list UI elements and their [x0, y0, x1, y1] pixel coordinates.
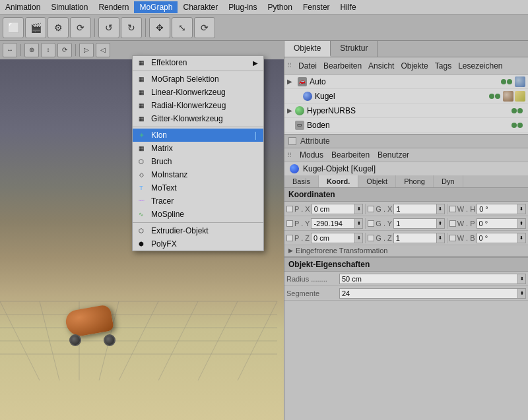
input-gy[interactable] [393, 218, 436, 229]
obj-toolbar-bearbeiten[interactable]: Bearbeiten [321, 61, 364, 71]
attr-object-name-row: Kugel-Objekt [Kugel] [284, 162, 528, 175]
menu-hilfe[interactable]: Hilfe [335, 1, 362, 13]
checkbox-px[interactable] [286, 206, 293, 212]
menu-effektoren[interactable]: ▦ Effektoren ▶ [133, 56, 263, 69]
obj-row-hypernurbs[interactable]: ▶ HyperNURBS [284, 104, 528, 118]
spinner-px[interactable]: ⬍ [355, 204, 363, 214]
menu-tracer[interactable]: 〰 Tracer [133, 195, 263, 208]
checkbox-wb[interactable] [449, 235, 456, 241]
obj-row-boden[interactable]: ▭ Boden [284, 118, 528, 133]
toolbar-btn-3[interactable]: ⚙ [48, 17, 69, 38]
attr-tab-dyn[interactable]: Dyn [434, 175, 463, 187]
attr-tab-objekt[interactable]: Objekt [358, 175, 396, 187]
checkbox-gx[interactable] [368, 206, 374, 212]
input-wp[interactable] [477, 218, 518, 229]
vt-btn-5[interactable]: ▷ [79, 43, 94, 57]
spinner-gy[interactable]: ⬍ [437, 218, 445, 229]
spinner-gz[interactable]: ⬍ [437, 233, 445, 243]
frozen-transformation[interactable]: ▶ Eingefrorene Transformation [284, 245, 528, 256]
vt-btn-4[interactable]: ⟳ [57, 43, 72, 57]
input-wh[interactable] [477, 204, 518, 214]
spinner-wp[interactable]: ⬍ [518, 218, 526, 229]
spinner-wb[interactable]: ⬍ [518, 233, 526, 243]
toolbar-btn-4[interactable]: ⟳ [70, 17, 91, 38]
spinner-pz[interactable]: ⬍ [355, 233, 363, 243]
menu-klon[interactable]: ✦ Klon │ [133, 129, 263, 142]
toolbar-btn-9[interactable]: ⟳ [194, 17, 215, 38]
input-wb[interactable] [477, 233, 518, 243]
spinner-py[interactable]: ⬍ [355, 218, 363, 229]
menu-matrix[interactable]: ▦ Matrix [133, 142, 263, 155]
menu-mospline[interactable]: ∿ MoSpline [133, 208, 263, 221]
menu-fenster[interactable]: Fenster [298, 1, 335, 13]
menu-mograph-selektion[interactable]: ▦ MoGraph Selektion [133, 73, 263, 86]
attr-tab-koord[interactable]: Koord. [319, 175, 358, 187]
checkbox-pz[interactable] [286, 235, 293, 241]
attr-toggle[interactable] [288, 137, 296, 145]
obj-toolbar-datei[interactable]: Datei [296, 61, 319, 71]
menu-extrudier[interactable]: ⬡ Extrudier-Objekt [133, 224, 263, 237]
menu-mograph[interactable]: MoGraph [134, 1, 178, 13]
spinner-wh[interactable]: ⬍ [518, 204, 526, 214]
input-gz[interactable] [393, 233, 437, 243]
menu-motext[interactable]: T MoText [133, 181, 263, 195]
spinner-radius[interactable]: ⬍ [518, 274, 526, 284]
input-segmente[interactable] [339, 288, 518, 299]
toolbar-btn-2[interactable]: 🎬 [25, 17, 46, 38]
vt-btn-3[interactable]: ↕ [41, 43, 55, 57]
obj-row-auto[interactable]: ▶ 🚗 Auto [284, 75, 528, 89]
attr-benutzer[interactable]: Benutzer [375, 150, 412, 160]
menu-linear-klonwerkzeug[interactable]: ▦ Linear-Klonwerkzeug [133, 86, 263, 99]
attr-modus[interactable]: Modus [297, 150, 326, 160]
toolbar-btn-7[interactable]: ✥ [149, 17, 170, 38]
menu-moinstanz[interactable]: ◇ MoInstanz [133, 168, 263, 181]
menu-plugins[interactable]: Plug-ins [223, 1, 262, 13]
toolbar-btn-6[interactable]: ↻ [121, 17, 142, 38]
polyfx-icon: ⬢ [135, 238, 147, 250]
spinner-gx[interactable]: ⬍ [437, 204, 445, 214]
toolbar-btn-1[interactable]: ⬜ [3, 17, 24, 38]
obj-toolbar-lesezeichen[interactable]: Lesezeichen [455, 61, 505, 71]
menu-rendern[interactable]: Rendern [93, 1, 134, 13]
checkbox-wh[interactable] [449, 206, 456, 212]
menu-gitter-klonwerkzeug[interactable]: ▦ Gitter-Klonwerkzeug [133, 112, 263, 125]
obj-toolbar-objekte[interactable]: Objekte [398, 61, 430, 71]
viewport[interactable]: ↔ ⊕ ↕ ⟳ ▷ ◁ ▦ Effektoren ▶ ▦ MoGraph Sel… [0, 41, 284, 420]
input-radius[interactable] [339, 274, 518, 284]
dropdown-menu: ▦ Effektoren ▶ ▦ MoGraph Selektion ▦ Lin… [132, 55, 264, 251]
menu-bruch[interactable]: ⬡ Bruch [133, 155, 263, 168]
tab-struktur[interactable]: Struktur [331, 41, 378, 57]
menu-simulation[interactable]: Simulation [46, 1, 93, 13]
obj-toolbar-ansicht[interactable]: Ansicht [366, 61, 397, 71]
toolbar-btn-5[interactable]: ↺ [98, 17, 119, 38]
input-gx[interactable] [393, 204, 436, 214]
input-px[interactable] [312, 204, 356, 214]
menu-animation[interactable]: Animation [0, 1, 46, 13]
spinner-segmente[interactable]: ⬍ [518, 288, 526, 299]
obj-toolbar-tags[interactable]: Tags [432, 61, 454, 71]
label-wh: W . H [457, 205, 476, 213]
menu-polyfx[interactable]: ⬢ PolyFX [133, 237, 263, 251]
checkbox-wp[interactable] [449, 220, 456, 227]
attr-tab-phong[interactable]: Phong [396, 175, 434, 187]
checkbox-py[interactable] [286, 220, 293, 227]
obj-row-kugel[interactable]: Kugel [284, 89, 528, 104]
toolbar-btn-8[interactable]: ⤡ [172, 17, 193, 38]
menu-python[interactable]: Python [263, 1, 298, 13]
menu-radial-klonwerkzeug[interactable]: ▦ Radial-Klonwerkzeug [133, 99, 263, 112]
sep-3 [133, 222, 263, 223]
attr-tab-basis[interactable]: Basis [284, 175, 319, 187]
checkbox-gy[interactable] [368, 220, 374, 227]
vt-btn-2[interactable]: ⊕ [24, 43, 39, 57]
attr-bearbeiten[interactable]: Bearbeiten [329, 150, 372, 160]
coord-cell-wb: W . B ⬍ [447, 233, 528, 243]
input-py[interactable] [311, 218, 355, 229]
tab-objekte[interactable]: Objekte [284, 41, 331, 57]
menu-charakter[interactable]: Charakter [178, 1, 223, 13]
vt-btn-6[interactable]: ◁ [96, 43, 110, 57]
checkbox-gz[interactable] [368, 235, 374, 241]
coord-row-px: P . X ⬍ G . X ⬍ W . H ⬍ [284, 202, 528, 216]
vt-btn-1[interactable]: ↔ [3, 43, 17, 57]
input-pz[interactable] [311, 233, 355, 243]
effektoren-arrow: ▶ [253, 59, 258, 67]
